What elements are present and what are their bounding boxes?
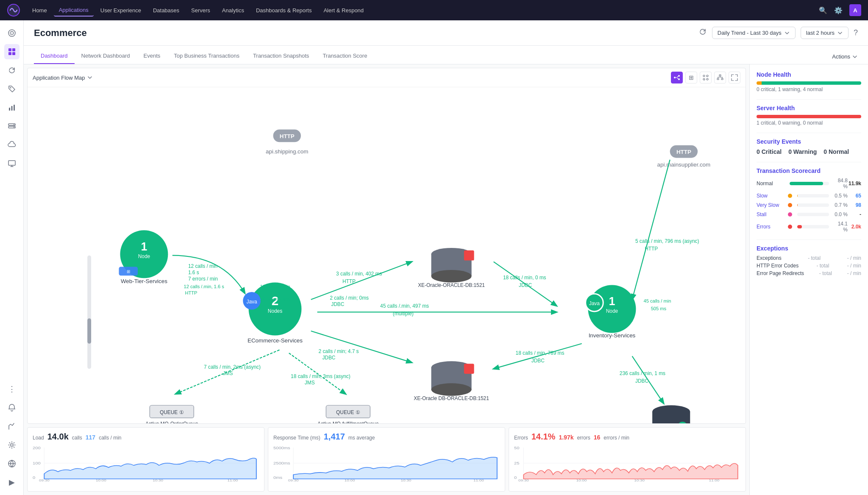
security-events-list: 0 Critical 0 Warning 0 Normal — [757, 148, 861, 155]
scorecard-stall-count: - — [848, 211, 861, 217]
scorecard-very-slow-count: 98 — [848, 202, 861, 208]
load-chart-subunit: calls / min — [99, 435, 121, 441]
svg-text:HTTP: HTTP — [185, 290, 197, 295]
svg-text:09:30: 09:30 — [288, 478, 299, 482]
svg-text:HTTP: HTTP — [645, 246, 658, 252]
scorecard-normal-pct: 84.8 % — [832, 178, 848, 189]
search-icon[interactable]: 🔍 — [819, 6, 827, 14]
svg-text:HTTP: HTTP — [280, 133, 295, 139]
sidebar-refresh-icon[interactable] — [4, 63, 19, 78]
scorecard-errors-label[interactable]: Errors — [757, 224, 786, 230]
response-time-chart-panel: Response Time (ms) 1,417 ms average 5000… — [268, 427, 505, 492]
flow-map-container: Application Flow Map ⊞ — [27, 68, 746, 424]
scorecard-normal-bar — [790, 182, 829, 185]
scorecard-slow-bar — [797, 194, 829, 197]
tab-transaction-score[interactable]: Transaction Score — [316, 48, 374, 64]
svg-text:HTTP: HTTP — [342, 278, 356, 284]
scorecard-stall-label[interactable]: Stall — [757, 211, 786, 217]
sidebar-expand-icon[interactable]: ▶ — [4, 475, 19, 490]
help-button[interactable]: ? — [854, 28, 858, 37]
svg-rect-86 — [464, 250, 474, 261]
sidebar-tag-icon[interactable] — [4, 81, 19, 97]
actions-button[interactable]: Actions — [832, 49, 858, 64]
svg-text:XE-Oracle-ORACLE-DB:1521: XE-Oracle-ORACLE-DB:1521 — [418, 282, 485, 288]
tab-network-dashboard[interactable]: Network Dashboard — [75, 48, 137, 64]
svg-text:Web-Tier-Services: Web-Tier-Services — [121, 278, 167, 284]
svg-text:Node: Node — [138, 253, 150, 259]
tab-top-business-transactions[interactable]: Top Business Transactions — [167, 48, 246, 64]
svg-rect-27 — [717, 78, 719, 80]
tab-transaction-snapshots[interactable]: Transaction Snapshots — [246, 48, 316, 64]
time-label: last 2 hours — [806, 30, 835, 36]
flow-map-title-text: Application Flow Map — [33, 75, 85, 81]
user-avatar[interactable]: A — [849, 4, 861, 16]
sidebar-cloud-icon[interactable] — [4, 137, 19, 153]
svg-text:100: 100 — [33, 461, 41, 465]
server-health-status: 1 critical, 0 warning, 0 normal — [757, 120, 861, 126]
security-normal-count: 0 Normal — [823, 148, 849, 155]
settings-icon[interactable]: ⚙️ — [834, 6, 843, 14]
sidebar-monitor-icon[interactable] — [4, 156, 19, 171]
tab-dashboard[interactable]: Dashboard — [34, 48, 75, 64]
flow-ctrl-hierarchy[interactable] — [714, 72, 726, 83]
response-time-chart-value: 1,417 — [324, 432, 345, 442]
sidebar-gear-icon[interactable] — [4, 437, 19, 453]
scorecard-errors-bar — [797, 225, 829, 228]
svg-text:1: 1 — [141, 240, 147, 253]
response-time-chart-unit: ms average — [348, 435, 375, 441]
transaction-scorecard-title: Transaction Scorecard — [757, 167, 861, 174]
svg-point-14 — [14, 124, 14, 125]
sidebar-target-icon[interactable] — [4, 25, 19, 41]
svg-text:Java: Java — [589, 300, 600, 306]
sidebar-globe-icon[interactable] — [4, 456, 19, 471]
scorecard-very-slow-label[interactable]: Very Slow — [757, 202, 786, 208]
svg-text:10:30: 10:30 — [153, 478, 163, 482]
right-panel: Node Health 0 critical, 1 warning, 4 nor… — [749, 64, 868, 495]
scorecard-normal-count: 11.9k — [848, 181, 861, 186]
sidebar-dashboard-icon[interactable] — [4, 44, 19, 59]
svg-point-85 — [431, 270, 472, 283]
svg-rect-5 — [12, 48, 15, 51]
flow-map-title[interactable]: Application Flow Map — [33, 75, 93, 81]
scorecard-slow-label[interactable]: Slow — [757, 193, 786, 199]
svg-text:12 calls /.min, 1.6 s: 12 calls /.min, 1.6 s — [184, 284, 225, 289]
errors-chart-panel: Errors 14.1% 1.97k errors 16 errors / mi… — [509, 427, 746, 492]
svg-text:JMS: JMS — [223, 370, 233, 376]
svg-text:11:00: 11:00 — [227, 478, 238, 482]
time-dropdown[interactable]: last 2 hours — [801, 27, 849, 39]
nav-databases[interactable]: Databases — [148, 5, 184, 16]
sidebar-chart-icon[interactable] — [4, 100, 19, 115]
tab-events[interactable]: Events — [137, 48, 167, 64]
trend-dropdown[interactable]: Daily Trend - Last 30 days — [712, 27, 796, 39]
refresh-button[interactable] — [698, 28, 707, 38]
svg-point-25 — [707, 78, 708, 80]
flow-ctrl-list[interactable]: ⊞ — [685, 72, 697, 83]
nav-applications[interactable]: Applications — [54, 4, 94, 17]
exception-exceptions-val: - / min — [847, 255, 861, 261]
app-logo[interactable] — [7, 3, 20, 17]
nav-analytics[interactable]: Analytics — [217, 5, 249, 16]
nav-home[interactable]: Home — [27, 5, 52, 16]
sidebar-bell-icon[interactable] — [4, 400, 19, 415]
sidebar-server-icon[interactable] — [4, 119, 19, 134]
svg-text:0ms: 0ms — [273, 476, 282, 480]
svg-text:1.6 s: 1.6 s — [188, 270, 199, 275]
flow-ctrl-grid[interactable] — [700, 72, 712, 83]
svg-text:10:30: 10:30 — [634, 478, 645, 482]
flow-ctrl-topology[interactable] — [671, 72, 683, 83]
exception-redirect-row: Error Page Redirects - total - / min — [757, 270, 861, 276]
svg-rect-28 — [721, 78, 723, 80]
transaction-scorecard-section: Transaction Scorecard Normal 84.8 % 11.9… — [757, 167, 861, 233]
svg-text:2 calls / min; 4.7 s: 2 calls / min; 4.7 s — [319, 348, 359, 354]
sidebar-more-icon[interactable]: ⋮ — [4, 381, 19, 397]
flow-ctrl-fullscreen[interactable] — [729, 72, 740, 83]
svg-text:ECommerce-Services: ECommerce-Services — [248, 337, 303, 344]
sidebar-bar-chart-icon[interactable] — [4, 419, 19, 434]
security-normal: 0 Normal — [823, 148, 849, 155]
nav-servers[interactable]: Servers — [186, 5, 215, 16]
load-chart-unit: calls — [72, 435, 82, 441]
nav-dashboards[interactable]: Dashboards & Reports — [251, 5, 317, 16]
nav-alert-respond[interactable]: Alert & Respond — [318, 5, 369, 16]
nav-user-experience[interactable]: User Experience — [95, 5, 146, 16]
load-chart-body: 200 100 0 09:30 10:00 10:30 11:00 — [33, 444, 259, 482]
